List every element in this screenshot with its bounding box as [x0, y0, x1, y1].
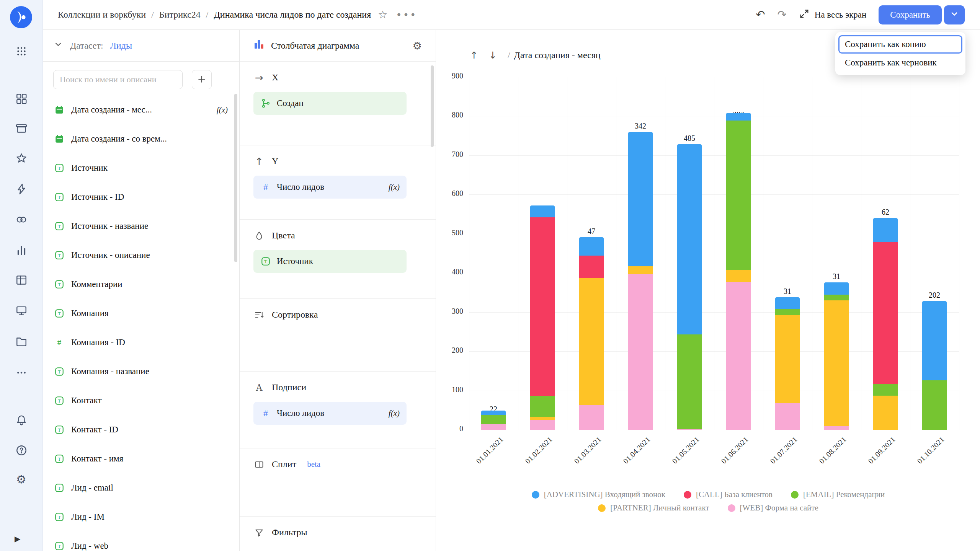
labels-field-pill[interactable]: # Число лидов f(x) [253, 402, 407, 425]
field-row[interactable]: TКонтакт - имя [42, 444, 239, 473]
bar-segment[interactable] [579, 256, 604, 277]
bar-segment[interactable] [677, 144, 702, 334]
bar-segment[interactable] [775, 315, 800, 404]
bar-segment[interactable] [579, 405, 604, 430]
bar-segment[interactable] [530, 396, 555, 417]
legend-item[interactable]: [CALL] База клиентов [684, 490, 773, 499]
connections-lightning-icon[interactable] [0, 183, 42, 195]
files-folder-icon[interactable] [0, 335, 42, 347]
bar-segment[interactable] [481, 415, 506, 424]
x-axis-label[interactable]: 01.06.2021 [698, 435, 750, 487]
bar-segment[interactable] [726, 121, 751, 270]
field-row[interactable]: TИсточник - название [42, 212, 239, 241]
datalens-logo[interactable] [10, 6, 32, 28]
bar-segment[interactable] [922, 301, 947, 380]
bar-segment[interactable] [726, 282, 751, 430]
field-row[interactable]: TИсточник [42, 153, 239, 183]
bar-segment[interactable] [579, 237, 604, 256]
breadcrumb-collections[interactable]: Коллекции и воркбуки [58, 10, 146, 20]
notifications-bell-icon[interactable] [0, 414, 42, 426]
menu-item-save-as-copy[interactable]: Сохранить как копию [838, 35, 962, 54]
more-services-icon[interactable] [0, 367, 42, 379]
bar-segment[interactable] [824, 295, 849, 300]
add-field-button[interactable] [192, 70, 212, 89]
field-row[interactable]: TЛид - email [42, 473, 239, 502]
help-icon[interactable] [0, 444, 42, 456]
field-row[interactable]: TИсточник - ID [42, 183, 239, 212]
x-axis-label[interactable]: 01.02.2021 [502, 435, 554, 487]
x-axis-label[interactable]: 01.04.2021 [600, 435, 652, 487]
apps-grid-icon[interactable] [0, 45, 42, 57]
bar-segment[interactable] [481, 411, 506, 415]
favorite-star-icon[interactable]: ☆ [378, 8, 387, 21]
charts-icon[interactable] [0, 244, 42, 256]
x-axis-label[interactable]: 01.07.2021 [747, 435, 799, 487]
field-row[interactable]: TКомпания [42, 299, 239, 328]
settings-gear-icon[interactable]: ⚙ [0, 474, 42, 485]
bar-segment[interactable] [922, 380, 947, 430]
field-row[interactable]: TКонтакт [42, 386, 239, 415]
dataset-name-link[interactable]: Лиды [110, 41, 132, 51]
save-button[interactable]: Сохранить [879, 5, 942, 24]
x-axis-label[interactable]: 01.01.2021 [453, 435, 505, 487]
bar-segment[interactable] [726, 113, 751, 120]
dashboards-icon[interactable] [0, 93, 42, 105]
chart-type-selector[interactable]: Столбчатая диаграмма [271, 41, 359, 51]
bar-segment[interactable] [873, 396, 898, 430]
bar-segment[interactable] [775, 297, 800, 310]
field-row[interactable]: TЛид - IM [42, 502, 239, 531]
more-actions-icon[interactable]: ••• [396, 9, 417, 21]
chart-settings-gear-icon[interactable]: ⚙ [413, 40, 422, 52]
bar-segment[interactable] [824, 282, 849, 295]
bar-segment[interactable] [628, 132, 653, 266]
bar-segment[interactable] [628, 266, 653, 274]
collections-icon[interactable] [0, 122, 42, 135]
field-row[interactable]: TИсточник - описание [42, 241, 239, 270]
bar-segment[interactable] [628, 274, 653, 430]
config-scrollbar-thumb[interactable] [431, 65, 434, 147]
bar-segment[interactable] [726, 270, 751, 282]
x-field-pill[interactable]: Создан [253, 92, 407, 115]
x-axis-label[interactable]: 01.03.2021 [551, 435, 603, 487]
x-axis-label[interactable]: 01.05.2021 [649, 435, 701, 487]
legend-item[interactable]: [WEB] Форма на сайте [728, 503, 818, 513]
field-row[interactable]: TКомпания - название [42, 357, 239, 386]
x-axis-label[interactable]: 01.09.2021 [845, 435, 897, 487]
links-rings-icon[interactable] [0, 214, 42, 226]
bar-segment[interactable] [530, 205, 555, 217]
save-options-chevron-button[interactable] [944, 5, 965, 24]
bar-segment[interactable] [530, 420, 555, 430]
x-axis-label[interactable]: 01.08.2021 [796, 435, 848, 487]
fullscreen-button[interactable]: На весь экран [799, 8, 867, 21]
bar-segment[interactable] [530, 417, 555, 420]
fields-scrollbar-thumb[interactable] [234, 94, 237, 262]
bar-segment[interactable] [579, 278, 604, 405]
field-row[interactable]: Дата создания - со врем... [42, 124, 239, 153]
bar-segment[interactable] [677, 429, 702, 430]
datasets-table-icon[interactable] [0, 274, 42, 286]
field-search-input[interactable] [53, 70, 183, 89]
bar-segment[interactable] [873, 242, 898, 384]
collapse-chevron-icon[interactable] [53, 39, 63, 52]
bar-segment[interactable] [530, 217, 555, 396]
x-axis-label[interactable]: 01.10.2021 [894, 435, 946, 487]
breadcrumb-workbook[interactable]: Битрикс24 [159, 10, 201, 20]
field-row[interactable]: Дата создания - мес...f(x) [42, 95, 239, 124]
legend-item[interactable]: [ADVERTISING] Входящий звонок [532, 490, 665, 499]
sort-descending-icon[interactable]: ↓ [489, 50, 497, 61]
field-row[interactable]: TЛид - web [42, 531, 239, 551]
bar-segment[interactable] [824, 426, 849, 430]
undo-icon[interactable]: ↶ [756, 9, 765, 20]
field-row[interactable]: TКонтакт - ID [42, 415, 239, 444]
field-row[interactable]: #Компания - ID [42, 328, 239, 357]
sort-ascending-icon[interactable]: ↑ [470, 50, 478, 61]
menu-item-save-as-draft[interactable]: Сохранить как черновик [838, 54, 962, 72]
favorites-star-icon[interactable] [0, 152, 42, 165]
legend-item[interactable]: [PARTNER] Личный контакт [598, 503, 709, 513]
bar-segment[interactable] [775, 309, 800, 315]
field-row[interactable]: TКомментарии [42, 270, 239, 299]
bar-segment[interactable] [481, 424, 506, 430]
bar-segment[interactable] [775, 403, 800, 430]
colors-field-pill[interactable]: T Источник [253, 250, 407, 273]
bar-segment[interactable] [824, 300, 849, 426]
